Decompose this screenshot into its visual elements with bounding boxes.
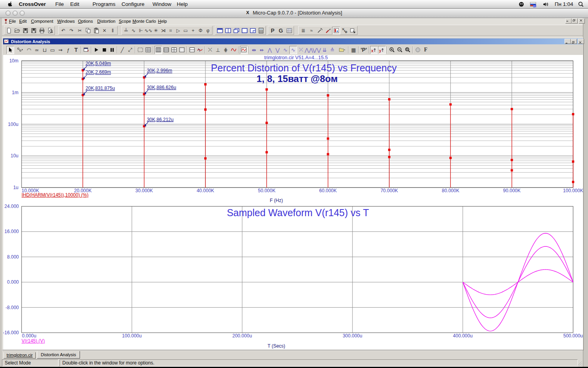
data-point-1-button[interactable]: ⤬ (206, 46, 214, 54)
help-window-button[interactable] (348, 27, 357, 35)
spotlight-icon[interactable] (578, 1, 584, 9)
envelope-up-button[interactable]: ≙ (328, 46, 336, 54)
app-titlebar[interactable]: X Micro-Cap 9.0.7.0 - [Distortion Analys… (0, 9, 588, 18)
crystal-button[interactable]: ⌗ (167, 27, 174, 35)
mdi-close-button[interactable] (579, 18, 585, 24)
wave-select-button[interactable]: ∿ (289, 46, 297, 54)
mac-menu-help[interactable]: Help (177, 0, 188, 8)
spreadsheet-button[interactable] (285, 27, 293, 35)
child-titlebar[interactable]: Distortion Analysis (3, 38, 583, 44)
menu-edit[interactable]: Edit (19, 18, 27, 24)
capacitor-button[interactable]: ⊩ (137, 27, 145, 35)
trim-wave-button[interactable] (196, 46, 204, 54)
globe-button[interactable] (414, 46, 422, 54)
print-preview-button[interactable] (46, 27, 54, 35)
menu-component[interactable]: Component (31, 18, 53, 24)
stop-button[interactable] (100, 46, 108, 54)
tab-trimglotron[interactable]: trimglotron.cir (4, 352, 36, 359)
component-list-button[interactable]: ≣ (299, 27, 307, 35)
cascade-windows-button[interactable] (232, 27, 240, 35)
child-restore-button[interactable] (571, 39, 577, 44)
menu-scope[interactable]: Scope (119, 18, 131, 24)
grid-box-button[interactable] (144, 46, 152, 54)
inductor-button[interactable]: ∿∿ (145, 27, 152, 35)
split-vertical-button[interactable] (224, 27, 232, 35)
text-tool-button[interactable]: T (72, 46, 80, 54)
select-mode-button[interactable] (6, 46, 14, 54)
probe-button[interactable] (316, 27, 324, 35)
sample-window-button[interactable] (240, 46, 248, 54)
zoom-in-button[interactable] (388, 46, 396, 54)
red-wave-button[interactable] (230, 46, 238, 54)
menu-monte-carlo[interactable]: Monte Carlo (132, 18, 156, 24)
cursor-left-right-button[interactable]: ⇹ (250, 46, 258, 54)
plot-area[interactable]: 10m1m100u10u1u10.000K20.000K30.000K40.00… (3, 55, 583, 350)
mac-menu-crossover[interactable]: CrossOver (19, 0, 46, 8)
grid-both-button[interactable] (170, 46, 178, 54)
screwdriver-button[interactable] (324, 27, 332, 35)
spark-button[interactable]: ✳ (152, 27, 160, 35)
menu-file[interactable]: File (9, 18, 16, 24)
pause-button[interactable] (108, 46, 116, 54)
curve-edit-button[interactable]: ⇝ (56, 46, 64, 54)
resize-grip[interactable] (577, 361, 582, 366)
menu-windows[interactable]: Windows (57, 18, 75, 24)
grid-horizontal-button[interactable] (162, 46, 170, 54)
buffer-button[interactable]: ▷ (174, 27, 182, 35)
line-arrow-tool-button[interactable]: ⤢ (126, 46, 134, 54)
menu-options[interactable]: Options (78, 18, 93, 24)
text-select-button[interactable]: ▭ (49, 46, 56, 54)
mac-menu-programs[interactable]: Programs (93, 0, 116, 8)
envelope-down-button[interactable]: ⇊ (321, 46, 328, 54)
valley-tool-button[interactable]: ⋁ (274, 46, 281, 54)
zoom-out-button[interactable] (396, 46, 404, 54)
menu-clock[interactable]: Пн 1:04 (555, 0, 573, 8)
x-cursor-button[interactable]: x (370, 46, 378, 54)
plus-button[interactable]: + (189, 27, 197, 35)
scope-select-button[interactable]: ◠ (25, 46, 33, 54)
node-combo-button[interactable] (14, 46, 25, 54)
child-minimize-button[interactable] (564, 39, 571, 44)
waveform-list-button[interactable]: ≈ (307, 27, 316, 35)
data-point-3-button[interactable]: ⋕ (222, 46, 230, 54)
crossover-status-icon[interactable] (518, 1, 524, 9)
select-region-box-button[interactable] (136, 46, 144, 54)
data-point-2-button[interactable]: ⊥ (214, 46, 222, 54)
find-button[interactable]: ⫴ (109, 27, 117, 35)
tab-distortion-analysis[interactable]: Distortion Analysis (37, 351, 80, 359)
mac-menu-edit[interactable]: Edit (70, 0, 79, 8)
mc-picture-button[interactable] (332, 27, 340, 35)
line-tool-button[interactable]: ╱ (118, 46, 126, 54)
mdi-minimize-button[interactable] (565, 18, 572, 24)
transistor-button[interactable]: ⋊ (160, 27, 167, 35)
function-wave-button[interactable]: ƒ (64, 46, 72, 54)
split-horizontal-button[interactable] (216, 27, 224, 35)
ground-button[interactable]: ╧ (122, 27, 130, 35)
redo-button[interactable]: ↷ (67, 27, 76, 35)
data-table-button[interactable]: ▦ (350, 46, 358, 54)
source-button[interactable]: φ (204, 27, 212, 35)
peak-tool-button[interactable]: ⋀ (266, 46, 274, 54)
grid-dots-button[interactable] (178, 46, 186, 54)
wave-small-button[interactable]: ∿ (281, 46, 289, 54)
tile-windows-button[interactable] (249, 27, 257, 35)
cut-button[interactable]: ✂ (76, 27, 84, 35)
cursor-next-button[interactable]: ⇷ (258, 46, 266, 54)
properties-button[interactable] (82, 46, 90, 54)
menu-distortion[interactable]: Distortion (97, 18, 115, 24)
save-to-desktop-button[interactable] (29, 27, 38, 35)
paste-button[interactable] (92, 27, 100, 35)
cross-tool-button[interactable]: ⤫ (297, 46, 305, 54)
mac-menu-window[interactable]: Window (152, 0, 171, 8)
ic-box-button[interactable]: ▭ (182, 27, 189, 35)
peaks-tool-button[interactable]: ⋀⋀ (305, 46, 313, 54)
zoom-box-button[interactable] (404, 46, 412, 54)
open-file-button[interactable] (13, 27, 21, 35)
save-file-button[interactable] (21, 27, 29, 35)
grid-vertical-button[interactable] (154, 46, 162, 54)
split-plot-button[interactable] (188, 46, 196, 54)
mac-menu-configure[interactable]: Configure (122, 0, 145, 8)
p-quote-button[interactable]: 'P' (360, 46, 368, 54)
run-button[interactable] (93, 46, 100, 54)
font-tool-button[interactable]: F (422, 46, 430, 54)
